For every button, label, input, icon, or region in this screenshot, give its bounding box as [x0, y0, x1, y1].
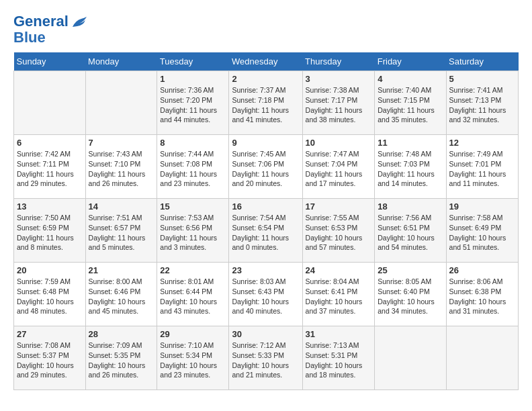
calendar-cell: 17Sunrise: 7:55 AM Sunset: 6:53 PM Dayli…: [302, 199, 375, 263]
calendar-cell: 21Sunrise: 8:00 AM Sunset: 6:46 PM Dayli…: [85, 263, 157, 326]
day-number: 14: [89, 201, 154, 212]
day-info: Sunrise: 7:47 AM Sunset: 7:04 PM Dayligh…: [306, 149, 372, 189]
day-info: Sunrise: 7:54 AM Sunset: 6:54 PM Dayligh…: [232, 213, 299, 253]
day-number: 12: [449, 138, 515, 148]
day-number: 30: [232, 329, 299, 339]
calendar-cell: 25Sunrise: 8:05 AM Sunset: 6:40 PM Dayli…: [375, 263, 446, 326]
day-info: Sunrise: 8:01 AM Sunset: 6:44 PM Dayligh…: [160, 277, 226, 316]
calendar-week-row: 13Sunrise: 7:50 AM Sunset: 6:59 PM Dayli…: [14, 199, 519, 263]
day-info: Sunrise: 7:38 AM Sunset: 7:17 PM Dayligh…: [306, 85, 372, 125]
day-info: Sunrise: 7:42 AM Sunset: 7:11 PM Dayligh…: [17, 149, 83, 189]
day-info: Sunrise: 7:59 AM Sunset: 6:48 PM Dayligh…: [17, 277, 83, 316]
day-number: 11: [378, 138, 443, 148]
day-number: 8: [160, 138, 226, 148]
day-info: Sunrise: 7:09 AM Sunset: 5:35 PM Dayligh…: [89, 340, 154, 380]
calendar-cell: 7Sunrise: 7:43 AM Sunset: 7:10 PM Daylig…: [85, 135, 157, 199]
day-number: 27: [17, 329, 83, 339]
day-number: 10: [306, 138, 372, 148]
calendar-week-row: 6Sunrise: 7:42 AM Sunset: 7:11 PM Daylig…: [14, 135, 519, 199]
calendar-cell: 31Sunrise: 7:13 AM Sunset: 5:31 PM Dayli…: [302, 326, 375, 390]
day-number: 22: [160, 265, 226, 275]
day-info: Sunrise: 8:06 AM Sunset: 6:38 PM Dayligh…: [449, 277, 515, 316]
day-number: 29: [160, 329, 226, 339]
day-number: 23: [232, 265, 299, 275]
calendar-cell: 26Sunrise: 8:06 AM Sunset: 6:38 PM Dayli…: [446, 263, 518, 326]
calendar-cell: 16Sunrise: 7:54 AM Sunset: 6:54 PM Dayli…: [229, 199, 302, 263]
weekday-header-tuesday: Tuesday: [157, 52, 229, 71]
day-number: 26: [449, 265, 515, 275]
weekday-header-monday: Monday: [85, 52, 157, 71]
logo-bird-icon: [69, 15, 89, 30]
day-number: 20: [17, 265, 83, 275]
calendar-cell: 15Sunrise: 7:53 AM Sunset: 6:56 PM Dayli…: [157, 199, 229, 263]
day-info: Sunrise: 7:56 AM Sunset: 6:51 PM Dayligh…: [378, 213, 443, 253]
day-number: 24: [306, 265, 372, 275]
calendar-cell: 18Sunrise: 7:56 AM Sunset: 6:51 PM Dayli…: [375, 199, 446, 263]
day-info: Sunrise: 7:41 AM Sunset: 7:13 PM Dayligh…: [449, 85, 515, 125]
day-info: Sunrise: 7:50 AM Sunset: 6:59 PM Dayligh…: [17, 213, 83, 253]
day-info: Sunrise: 7:43 AM Sunset: 7:10 PM Dayligh…: [89, 149, 154, 189]
day-number: 3: [306, 74, 372, 84]
day-info: Sunrise: 7:53 AM Sunset: 6:56 PM Dayligh…: [160, 213, 226, 253]
calendar-cell: 23Sunrise: 8:03 AM Sunset: 6:43 PM Dayli…: [229, 263, 302, 326]
day-info: Sunrise: 7:48 AM Sunset: 7:03 PM Dayligh…: [378, 149, 443, 189]
day-info: Sunrise: 7:51 AM Sunset: 6:57 PM Dayligh…: [89, 213, 154, 253]
day-number: 17: [306, 201, 372, 212]
calendar-cell: 27Sunrise: 7:08 AM Sunset: 5:37 PM Dayli…: [14, 326, 86, 390]
calendar-cell: 11Sunrise: 7:48 AM Sunset: 7:03 PM Dayli…: [375, 135, 446, 199]
weekday-header-friday: Friday: [375, 52, 446, 71]
calendar-week-row: 27Sunrise: 7:08 AM Sunset: 5:37 PM Dayli…: [14, 326, 519, 390]
day-info: Sunrise: 7:08 AM Sunset: 5:37 PM Dayligh…: [17, 340, 83, 380]
logo-general: General: [13, 13, 69, 30]
calendar-cell: 29Sunrise: 7:10 AM Sunset: 5:34 PM Dayli…: [157, 326, 229, 390]
day-number: 18: [378, 201, 443, 212]
calendar-cell: 3Sunrise: 7:38 AM Sunset: 7:17 PM Daylig…: [302, 71, 375, 135]
weekday-header-saturday: Saturday: [446, 52, 518, 71]
calendar-cell: 30Sunrise: 7:12 AM Sunset: 5:33 PM Dayli…: [229, 326, 302, 390]
day-number: 15: [160, 201, 226, 212]
calendar-week-row: 1Sunrise: 7:36 AM Sunset: 7:20 PM Daylig…: [14, 71, 519, 135]
day-info: Sunrise: 7:49 AM Sunset: 7:01 PM Dayligh…: [449, 149, 515, 189]
calendar-cell: 22Sunrise: 8:01 AM Sunset: 6:44 PM Dayli…: [157, 263, 229, 326]
calendar-cell: 28Sunrise: 7:09 AM Sunset: 5:35 PM Dayli…: [85, 326, 157, 390]
day-number: 21: [89, 265, 154, 275]
day-info: Sunrise: 8:03 AM Sunset: 6:43 PM Dayligh…: [232, 277, 299, 316]
calendar-cell: 20Sunrise: 7:59 AM Sunset: 6:48 PM Dayli…: [14, 263, 86, 326]
day-number: 9: [232, 138, 299, 148]
calendar-cell: 8Sunrise: 7:44 AM Sunset: 7:08 PM Daylig…: [157, 135, 229, 199]
day-info: Sunrise: 8:04 AM Sunset: 6:41 PM Dayligh…: [306, 277, 372, 316]
day-info: Sunrise: 7:10 AM Sunset: 5:34 PM Dayligh…: [160, 340, 226, 380]
day-number: 19: [449, 201, 515, 212]
calendar-cell: 13Sunrise: 7:50 AM Sunset: 6:59 PM Dayli…: [14, 199, 86, 263]
day-number: 28: [89, 329, 154, 339]
logo-text: General Blue: [13, 13, 90, 46]
calendar-cell: 19Sunrise: 7:58 AM Sunset: 6:49 PM Dayli…: [446, 199, 518, 263]
calendar-cell: 9Sunrise: 7:45 AM Sunset: 7:06 PM Daylig…: [229, 135, 302, 199]
calendar-cell: 10Sunrise: 7:47 AM Sunset: 7:04 PM Dayli…: [302, 135, 375, 199]
day-info: Sunrise: 7:58 AM Sunset: 6:49 PM Dayligh…: [449, 213, 515, 253]
day-number: 13: [17, 201, 83, 212]
calendar-cell: 12Sunrise: 7:49 AM Sunset: 7:01 PM Dayli…: [446, 135, 518, 199]
calendar-cell: [85, 71, 157, 135]
day-number: 1: [160, 74, 226, 84]
calendar-week-row: 20Sunrise: 7:59 AM Sunset: 6:48 PM Dayli…: [14, 263, 519, 326]
day-number: 7: [89, 138, 154, 148]
calendar-cell: 1Sunrise: 7:36 AM Sunset: 7:20 PM Daylig…: [157, 71, 229, 135]
weekday-header-sunday: Sunday: [14, 52, 86, 71]
day-info: Sunrise: 7:44 AM Sunset: 7:08 PM Dayligh…: [160, 149, 226, 189]
calendar-cell: 24Sunrise: 8:04 AM Sunset: 6:41 PM Dayli…: [302, 263, 375, 326]
day-number: 5: [449, 74, 515, 84]
day-info: Sunrise: 7:12 AM Sunset: 5:33 PM Dayligh…: [232, 340, 299, 380]
day-number: 16: [232, 201, 299, 212]
day-info: Sunrise: 7:45 AM Sunset: 7:06 PM Dayligh…: [232, 149, 299, 189]
day-info: Sunrise: 8:05 AM Sunset: 6:40 PM Dayligh…: [378, 277, 443, 316]
day-number: 6: [17, 138, 83, 148]
calendar-cell: 2Sunrise: 7:37 AM Sunset: 7:18 PM Daylig…: [229, 71, 302, 135]
day-info: Sunrise: 7:13 AM Sunset: 5:31 PM Dayligh…: [306, 340, 372, 380]
logo: General Blue: [13, 13, 90, 46]
calendar-header-row: SundayMondayTuesdayWednesdayThursdayFrid…: [14, 52, 519, 71]
weekday-header-wednesday: Wednesday: [229, 52, 302, 71]
calendar-cell: [375, 326, 446, 390]
day-number: 25: [378, 265, 443, 275]
day-info: Sunrise: 7:55 AM Sunset: 6:53 PM Dayligh…: [306, 213, 372, 253]
